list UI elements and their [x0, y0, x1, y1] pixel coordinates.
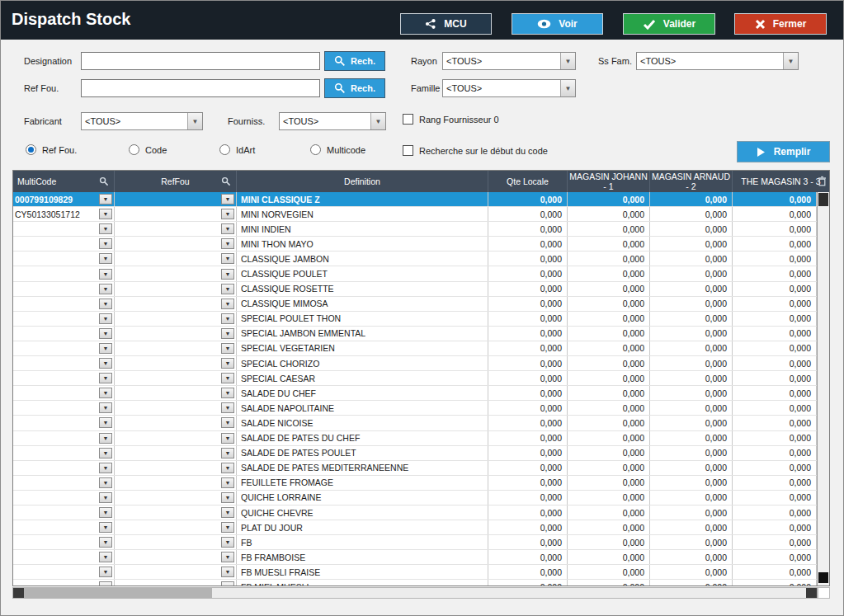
row-dropdown-button[interactable]: ▼: [221, 253, 234, 264]
row-dropdown-button[interactable]: ▼: [99, 223, 112, 234]
row-dropdown-button[interactable]: ▼: [221, 433, 234, 444]
table-row[interactable]: ▼▼FB MIEL MUESLI0,0000,0000,0000,000: [13, 580, 817, 585]
row-dropdown-button[interactable]: ▼: [99, 417, 112, 428]
rayon-select[interactable]: <TOUS> ▼: [442, 52, 576, 70]
row-dropdown-button[interactable]: ▼: [221, 358, 234, 369]
table-row[interactable]: ▼▼CLASSIQUE JAMBON0,0000,0000,0000,000: [13, 252, 817, 266]
search-mode-option-code[interactable]: Code: [129, 144, 167, 155]
row-dropdown-button[interactable]: ▼: [99, 253, 112, 264]
table-row[interactable]: ▼▼FB MUESLI FRAISE0,0000,0000,0000,000: [13, 565, 817, 580]
row-dropdown-button[interactable]: ▼: [99, 448, 112, 458]
column-header-definition[interactable]: Definition: [237, 171, 488, 192]
designation-input[interactable]: [81, 52, 320, 70]
row-dropdown-button[interactable]: ▼: [221, 492, 234, 503]
column-header-qte-locale[interactable]: Qte Locale: [488, 171, 568, 192]
table-row[interactable]: ▼▼SALADE DE PATES DU CHEF0,0000,0000,000…: [13, 431, 817, 446]
row-dropdown-button[interactable]: ▼: [99, 388, 112, 398]
table-row[interactable]: ▼▼SALADE NICOISE0,0000,0000,0000,000: [13, 416, 817, 430]
search-mode-radio[interactable]: [129, 144, 139, 155]
table-row[interactable]: ▼▼FB FRAMBOISE0,0000,0000,0000,000: [13, 550, 817, 565]
chevron-down-icon[interactable]: ▼: [187, 113, 202, 129]
row-dropdown-button[interactable]: ▼: [221, 507, 234, 518]
ref-fou-search-button[interactable]: Rech.: [324, 78, 385, 98]
row-dropdown-button[interactable]: ▼: [221, 448, 234, 458]
search-mode-radio[interactable]: [310, 144, 321, 155]
row-dropdown-button[interactable]: ▼: [221, 477, 234, 488]
table-row[interactable]: ▼▼PLAT DU JOUR0,0000,0000,0000,000: [13, 520, 817, 535]
trash-icon[interactable]: [818, 176, 827, 186]
fourniss-select[interactable]: <TOUS> ▼: [279, 112, 386, 130]
row-dropdown-button[interactable]: ▼: [99, 507, 112, 518]
row-dropdown-button[interactable]: ▼: [221, 223, 234, 234]
row-dropdown-button[interactable]: ▼: [221, 284, 234, 294]
row-dropdown-button[interactable]: ▼: [221, 209, 234, 219]
row-dropdown-button[interactable]: ▼: [221, 552, 234, 562]
horizontal-scrollbar-thumb[interactable]: [24, 588, 212, 598]
designation-search-button[interactable]: Rech.: [324, 51, 385, 71]
column-header-magasin-arnaud[interactable]: MAGASIN ARNAUD - 2: [650, 171, 733, 192]
row-dropdown-button[interactable]: ▼: [99, 328, 112, 339]
row-dropdown-button[interactable]: ▼: [221, 567, 234, 577]
row-dropdown-button[interactable]: ▼: [99, 581, 112, 585]
row-dropdown-button[interactable]: ▼: [99, 567, 112, 577]
column-search-icon[interactable]: [221, 176, 231, 186]
table-row[interactable]: 000799109829▼▼MINI CLASSIQUE Z0,0000,000…: [13, 192, 817, 207]
row-dropdown-button[interactable]: ▼: [221, 581, 234, 585]
search-mode-radio[interactable]: [219, 144, 230, 155]
table-row[interactable]: ▼▼SALADE DE PATES MEDITERRANEENNE0,0000,…: [13, 461, 817, 476]
vertical-scrollbar-thumb[interactable]: [818, 193, 828, 206]
rang-fournisseur-checkbox[interactable]: Rang Fournisseur 0: [403, 114, 499, 125]
remplir-button[interactable]: Remplir: [737, 141, 830, 162]
column-header-multicode[interactable]: MultiCode: [13, 171, 115, 192]
column-header-magasin-3[interactable]: THE MAGASIN 3 - 3: [733, 171, 829, 192]
row-dropdown-button[interactable]: ▼: [99, 433, 112, 444]
table-row[interactable]: ▼▼CLASSIQUE MIMOSA0,0000,0000,0000,000: [13, 297, 817, 312]
table-row[interactable]: ▼▼SPECIAL POULET THON0,0000,0000,0000,00…: [13, 312, 817, 327]
search-mode-option-ref-fou[interactable]: Ref Fou.: [26, 144, 77, 155]
search-mode-option-idart[interactable]: IdArt: [219, 144, 255, 155]
debut-code-checkbox[interactable]: Recherche sur le début du code: [403, 145, 548, 156]
row-dropdown-button[interactable]: ▼: [221, 194, 234, 205]
row-dropdown-button[interactable]: ▼: [221, 522, 234, 533]
fermer-button[interactable]: Fermer: [734, 13, 827, 35]
table-row[interactable]: ▼▼SPECIAL JAMBON EMMENTAL0,0000,0000,000…: [13, 327, 817, 341]
valider-button[interactable]: Valider: [623, 13, 715, 35]
row-dropdown-button[interactable]: ▼: [99, 313, 112, 324]
row-dropdown-button[interactable]: ▼: [99, 552, 112, 562]
row-dropdown-button[interactable]: ▼: [221, 328, 234, 339]
chevron-down-icon[interactable]: ▼: [370, 113, 385, 129]
row-dropdown-button[interactable]: ▼: [221, 313, 234, 324]
table-row[interactable]: ▼▼SALADE DU CHEF0,0000,0000,0000,000: [13, 386, 817, 401]
table-row[interactable]: CY50133051712▼▼MINI NORVEGIEN0,0000,0000…: [13, 207, 817, 222]
row-dropdown-button[interactable]: ▼: [99, 402, 112, 413]
table-row[interactable]: ▼▼SPECIAL CHORIZO0,0000,0000,0000,000: [13, 356, 817, 371]
table-row[interactable]: ▼▼QUICHE CHEVRE0,0000,0000,0000,000: [13, 505, 817, 520]
checkbox-box[interactable]: [403, 114, 413, 125]
checkbox-box[interactable]: [403, 145, 413, 156]
vertical-scrollbar[interactable]: [817, 192, 829, 585]
ref-fou-input[interactable]: [81, 79, 320, 97]
table-row[interactable]: ▼▼MINI THON MAYO0,0000,0000,0000,000: [13, 237, 817, 252]
row-dropdown-button[interactable]: ▼: [99, 194, 112, 205]
scroll-down-button[interactable]: [818, 572, 828, 583]
column-header-reffou[interactable]: RefFou: [115, 171, 237, 192]
row-dropdown-button[interactable]: ▼: [221, 388, 234, 398]
row-dropdown-button[interactable]: ▼: [99, 238, 112, 249]
table-row[interactable]: ▼▼FB0,0000,0000,0000,000: [13, 535, 817, 550]
table-row[interactable]: ▼▼FEUILLETE FROMAGE0,0000,0000,0000,000: [13, 476, 817, 491]
table-row[interactable]: ▼▼CLASSIQUE ROSETTE0,0000,0000,0000,000: [13, 282, 817, 297]
row-dropdown-button[interactable]: ▼: [99, 477, 112, 488]
row-dropdown-button[interactable]: ▼: [99, 537, 112, 548]
table-row[interactable]: ▼▼SPECIAL VEGETARIEN0,0000,0000,0000,000: [13, 341, 817, 356]
chevron-down-icon[interactable]: ▼: [560, 53, 575, 69]
row-dropdown-button[interactable]: ▼: [99, 343, 112, 354]
search-mode-option-multicode[interactable]: Multicode: [310, 144, 365, 155]
row-dropdown-button[interactable]: ▼: [99, 522, 112, 533]
famille-select[interactable]: <TOUS> ▼: [442, 79, 576, 97]
row-dropdown-button[interactable]: ▼: [99, 284, 112, 294]
row-dropdown-button[interactable]: ▼: [221, 417, 234, 428]
row-dropdown-button[interactable]: ▼: [99, 209, 112, 219]
row-dropdown-button[interactable]: ▼: [221, 299, 234, 309]
horizontal-scrollbar[interactable]: [12, 587, 818, 599]
scroll-left-button[interactable]: [13, 588, 24, 598]
